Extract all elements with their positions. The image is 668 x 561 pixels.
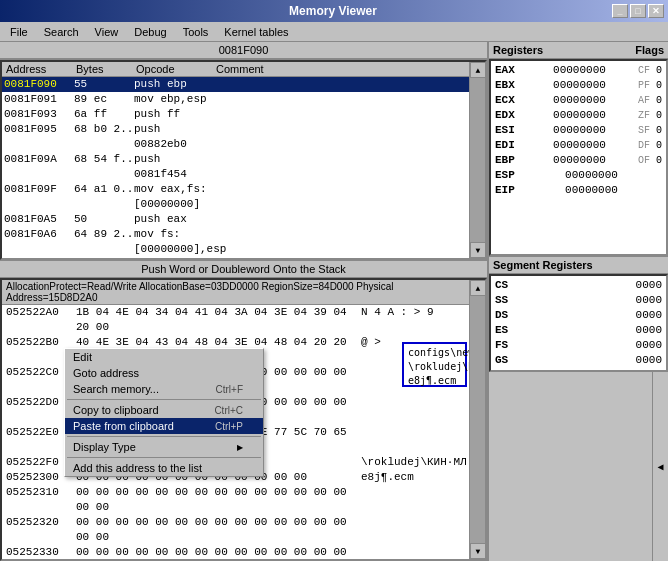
register-row: ESI 00000000 SF 0	[495, 123, 662, 138]
disasm-row[interactable]: 0081F093 6a ff push ff	[2, 107, 485, 122]
disasm-bytes: 64 89 2..	[74, 227, 134, 257]
col-bytes: Bytes	[74, 63, 134, 75]
hex-bytes: 00 00 00 00 00 00 00 00 00 00 00 00 00 0…	[76, 485, 361, 515]
disasm-opcode: mov fs:[00000000],esp	[134, 227, 214, 257]
seg-register-row: SS 0000	[495, 293, 662, 308]
ctx-search[interactable]: Search memory... Ctrl+F	[65, 381, 263, 397]
disasm-addr: 0081F093	[4, 107, 74, 122]
minimize-button[interactable]: _	[612, 4, 628, 18]
reg-name: EDI	[495, 138, 525, 153]
menu-bar: File Search View Debug Tools Kernel tabl…	[0, 22, 668, 42]
reg-name: ECX	[495, 93, 525, 108]
seg-name: GS	[495, 353, 525, 368]
maximize-button[interactable]: □	[630, 4, 646, 18]
hex-ascii	[361, 395, 481, 425]
window-controls[interactable]: _ □ ✕	[612, 4, 664, 18]
hex-ascii	[361, 485, 481, 515]
flag-name: AF	[638, 95, 650, 106]
disasm-addr: 0081F091	[4, 92, 74, 107]
disasm-opcode: push ff	[134, 107, 214, 122]
col-comment: Comment	[214, 63, 483, 75]
segment-rows: CS 0000 SS 0000 DS 0000 ES 0000 FS 0000 …	[495, 278, 662, 368]
disasm-row[interactable]: 0081F09F 64 a1 0.. mov eax,fs:[00000000]	[2, 182, 485, 212]
menu-file[interactable]: File	[4, 25, 34, 39]
disasm-status: Push Word or Doubleword Onto the Stack	[0, 260, 487, 278]
hex-row[interactable]: 052522A0 1B 04 4E 04 34 04 41 04 3A 04 3…	[2, 305, 485, 335]
menu-kernel[interactable]: Kernel tables	[218, 25, 294, 39]
disasm-row[interactable]: 0081F091 89 ec mov ebp,esp	[2, 92, 485, 107]
hex-row[interactable]: 05252320 00 00 00 00 00 00 00 00 00 00 0…	[2, 515, 485, 545]
disasm-bytes: 83 ec 68	[74, 257, 134, 260]
menu-view[interactable]: View	[89, 25, 125, 39]
ctx-goto[interactable]: Goto address	[65, 365, 263, 381]
menu-debug[interactable]: Debug	[128, 25, 172, 39]
ctx-add-address[interactable]: Add this address to the list	[65, 460, 263, 476]
reg-name: ESP	[495, 168, 525, 183]
flag-value: 0	[656, 95, 662, 106]
reg-name: EIP	[495, 183, 525, 198]
disasm-rows: 0081F090 55 push ebp 0081F091 89 ec mov …	[2, 77, 485, 260]
flag-name: PF	[638, 80, 650, 91]
hex-row[interactable]: 05252310 00 00 00 00 00 00 00 00 00 00 0…	[2, 485, 485, 515]
seg-name: CS	[495, 278, 525, 293]
register-row: EBP 00000000 OF 0	[495, 153, 662, 168]
ctx-sep1	[67, 399, 261, 400]
disasm-comment	[214, 212, 483, 227]
hex-scroll-down[interactable]: ▼	[470, 543, 486, 559]
ctx-paste[interactable]: Paste from clipboard Ctrl+P	[65, 418, 263, 434]
seg-name: SS	[495, 293, 525, 308]
scroll-up-btn[interactable]: ▲	[470, 62, 486, 78]
disasm-bytes: 55	[74, 77, 134, 92]
context-menu[interactable]: Edit Goto address Search memory... Ctrl+…	[64, 348, 264, 477]
register-row: ECX 00000000 AF 0	[495, 93, 662, 108]
window-title: Memory Viewer	[54, 4, 612, 18]
hex-scroll-track[interactable]	[470, 296, 485, 543]
seg-name: FS	[495, 338, 525, 353]
disasm-addr: 0081F095	[4, 122, 74, 152]
disasm-scrollbar[interactable]: ▲ ▼	[469, 62, 485, 258]
flag-value: 0	[656, 80, 662, 91]
hex-row[interactable]: 05252330 00 00 00 00 00 00 00 00 00 00 0…	[2, 545, 485, 561]
hex-ascii	[361, 545, 481, 561]
ctx-edit[interactable]: Edit	[65, 349, 263, 365]
seg-value: 0000	[636, 353, 662, 368]
disasm-addr: 0081F0A5	[4, 212, 74, 227]
flags-title: Flags	[635, 44, 664, 56]
disasm-row[interactable]: 0081F0AD 83 ec 68 sub esp,68	[2, 257, 485, 260]
disasm-comment	[214, 107, 483, 122]
ctx-display-type[interactable]: Display Type ▶	[65, 439, 263, 455]
reg-name: ESI	[495, 123, 525, 138]
disasm-opcode: push 0081f454	[134, 152, 214, 182]
disasm-header: Address Bytes Opcode Comment	[2, 62, 485, 77]
disasm-row[interactable]: 0081F095 68 b0 2.. push 00882eb0	[2, 122, 485, 152]
hex-scroll-up[interactable]: ▲	[470, 280, 486, 296]
disasm-opcode: mov eax,fs:[00000000]	[134, 182, 214, 212]
scroll-track[interactable]	[470, 78, 485, 242]
disasm-row[interactable]: 0081F090 55 push ebp	[2, 77, 485, 92]
close-button[interactable]: ✕	[648, 4, 664, 18]
disasm-row[interactable]: 0081F0A6 64 89 2.. mov fs:[00000000],esp	[2, 227, 485, 257]
register-row: EDI 00000000 DF 0	[495, 138, 662, 153]
disasm-row[interactable]: 0081F0A5 50 push eax	[2, 212, 485, 227]
hex-scrollbar[interactable]: ▲ ▼	[469, 280, 485, 559]
disasm-comment	[214, 182, 483, 212]
disasm-bytes: 89 ec	[74, 92, 134, 107]
registers-header: Registers Flags	[489, 42, 668, 59]
registers-title: Registers	[493, 44, 543, 56]
hex-ascii: @ >	[361, 335, 481, 365]
disasm-comment	[214, 92, 483, 107]
ctx-copy[interactable]: Copy to clipboard Ctrl+C	[65, 402, 263, 418]
reg-value: 00000000	[553, 153, 606, 168]
right-expand-btn[interactable]: ◀	[652, 372, 668, 561]
menu-tools[interactable]: Tools	[177, 25, 215, 39]
scroll-down-btn[interactable]: ▼	[470, 242, 486, 258]
hex-ascii	[361, 365, 481, 395]
segment-header: Segment Registers	[489, 256, 668, 274]
disasm-opcode: sub esp,68	[134, 257, 214, 260]
menu-search[interactable]: Search	[38, 25, 85, 39]
disasm-bytes: 68 b0 2..	[74, 122, 134, 152]
disasm-row[interactable]: 0081F09A 68 54 f.. push 0081f454	[2, 152, 485, 182]
seg-register-row: GS 0000	[495, 353, 662, 368]
hex-bytes: 00 00 00 00 00 00 00 00 00 00 00 00 00 0…	[76, 515, 361, 545]
hex-ascii: \rokludej\КИН·МЛ	[361, 455, 481, 470]
